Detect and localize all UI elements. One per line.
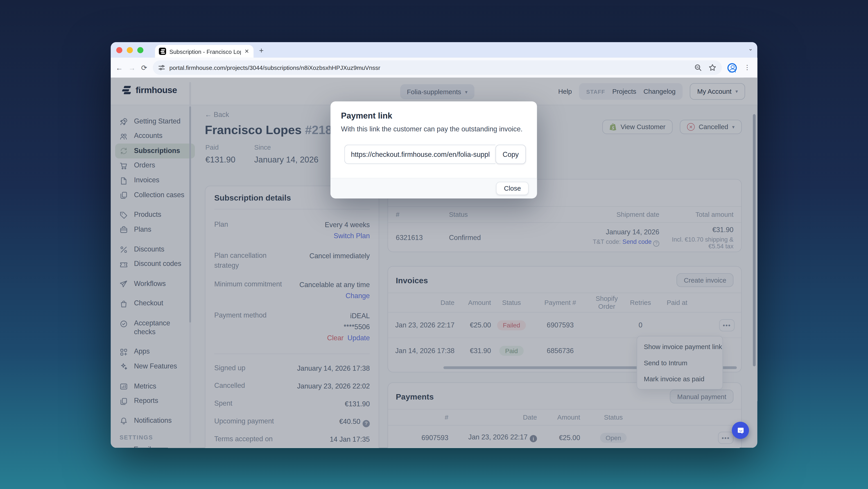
- zoom-out-icon[interactable]: [694, 64, 702, 71]
- tab-close-icon[interactable]: ✕: [244, 48, 250, 54]
- back-icon[interactable]: ←: [116, 63, 123, 72]
- forward-icon[interactable]: →: [128, 63, 136, 72]
- modal-title: Payment link: [331, 102, 537, 120]
- new-tab-button[interactable]: +: [259, 46, 264, 55]
- browser-toolbar: ← → ⟳ portal.firmhouse.com/projects/3044…: [111, 58, 757, 78]
- browser-menu-icon[interactable]: ⋯: [744, 64, 751, 71]
- profile-avatar-icon[interactable]: [727, 63, 737, 72]
- url-text: portal.firmhouse.com/projects/3044/subsc…: [169, 64, 690, 71]
- close-window-button[interactable]: [116, 47, 122, 53]
- chat-bubble-icon: [737, 426, 744, 434]
- tune-icon: [158, 64, 165, 71]
- reload-icon[interactable]: ⟳: [141, 63, 147, 72]
- maximize-window-button[interactable]: [137, 47, 144, 53]
- window-controls[interactable]: [116, 47, 144, 53]
- browser-tab[interactable]: Subscription - Francisco Lope ✕: [155, 45, 254, 58]
- minimize-window-button[interactable]: [127, 47, 133, 53]
- browser-window: Subscription - Francisco Lope ✕ + ⌄ ← → …: [111, 42, 757, 448]
- copy-button[interactable]: Copy: [495, 145, 526, 164]
- firmhouse-favicon-icon: [159, 48, 166, 55]
- modal-footer: Close: [331, 178, 537, 198]
- tab-title: Subscription - Francisco Lope: [169, 48, 241, 55]
- address-bar[interactable]: portal.firmhouse.com/projects/3044/subsc…: [153, 60, 722, 75]
- payment-link-modal: Payment link With this link the customer…: [331, 102, 537, 198]
- tab-strip: Subscription - Francisco Lope ✕ + ⌄: [111, 42, 757, 58]
- modal-body-text: With this link the customer can pay the …: [331, 120, 537, 133]
- payment-link-input[interactable]: [344, 145, 495, 164]
- bookmark-star-icon[interactable]: [709, 64, 716, 71]
- close-button[interactable]: Close: [496, 182, 529, 195]
- tab-search-chevron-icon[interactable]: ⌄: [748, 46, 753, 52]
- intercom-chat-button[interactable]: [732, 422, 749, 439]
